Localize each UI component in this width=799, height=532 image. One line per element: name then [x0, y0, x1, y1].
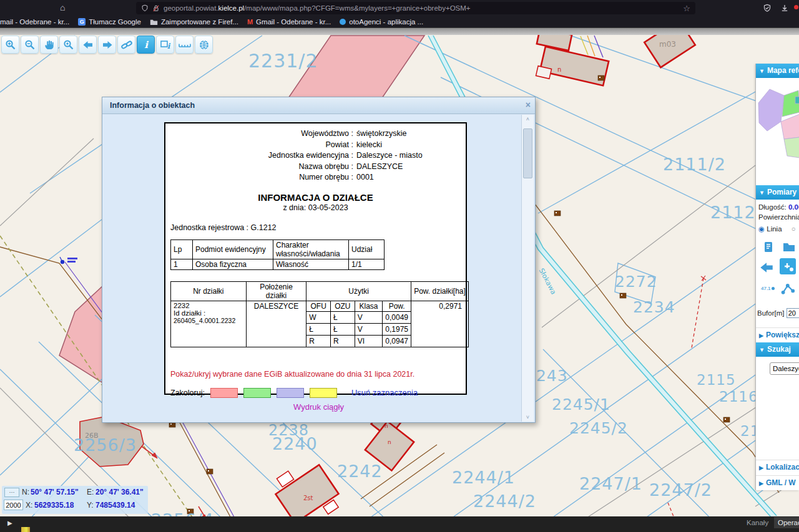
- bookmark-star-icon[interactable]: ☆: [683, 4, 690, 13]
- overview-globe-button[interactable]: [195, 36, 213, 54]
- pan-button[interactable]: [40, 36, 58, 54]
- back-arrow-icon[interactable]: [758, 259, 775, 276]
- bookmarks-bar: mail - Odebrane - kr... G Tłumacz Google…: [0, 16, 799, 27]
- download-icon[interactable]: [780, 4, 789, 12]
- x-value: 5629335.18: [34, 501, 74, 510]
- dialog-titlebar[interactable]: Informacja o obiektach ×: [102, 97, 535, 114]
- search-input[interactable]: [770, 362, 799, 375]
- north-value: 50° 47' 57.15": [31, 488, 79, 496]
- length-readout: Długość: 0.00: [758, 203, 799, 211]
- coords-options-button[interactable]: ···: [4, 488, 19, 497]
- lock-disabled-icon[interactable]: [152, 4, 160, 12]
- bookmark-item[interactable]: mail - Odebrane - kr...: [0, 18, 69, 26]
- report-icon[interactable]: [762, 241, 775, 253]
- section-header-localization[interactable]: ▶Lokalizacja: [756, 460, 799, 474]
- color-swatch-pink[interactable]: [210, 388, 238, 398]
- zoom-window-button[interactable]: [59, 36, 77, 54]
- parcel-location: DALESZYCE: [246, 301, 306, 347]
- sidebar: ▼Mapa referencyjna ▼Pomiary Długość: 0.0…: [755, 64, 799, 490]
- home-icon[interactable]: ⌂: [60, 2, 65, 12]
- identify-button[interactable]: i: [137, 36, 155, 54]
- bookmark-item[interactable]: otoAgenci - aplikacja ...: [340, 18, 423, 26]
- url-bar[interactable]: geoportal.powiat.kielce.pl/map/www/mapa.…: [136, 2, 695, 14]
- buffer-input[interactable]: [787, 308, 799, 318]
- map-label: 2112: [710, 203, 756, 222]
- north-label: N:: [22, 488, 29, 496]
- zoom-out-button[interactable]: [21, 36, 39, 54]
- section-header-measurements[interactable]: ▼Pomiary: [756, 185, 799, 200]
- map-label: 2247/1: [579, 474, 642, 493]
- measure-path-icon[interactable]: [781, 282, 796, 297]
- map-label: 2244/1: [452, 468, 515, 487]
- coords-icon[interactable]: 47.1: [761, 286, 775, 291]
- section-header-gml[interactable]: ▶GML / W: [756, 475, 799, 490]
- map-label: 2231/2: [248, 50, 318, 72]
- google-translate-icon: G: [78, 18, 86, 26]
- section-header-zoom[interactable]: ▶Powiększ: [756, 327, 799, 342]
- map-label: 2234: [633, 298, 675, 316]
- add-point-tool-active[interactable]: [780, 258, 796, 274]
- browser-navbar: ⌂ geoportal.powiat.kielce.pl/map/www/map…: [0, 0, 799, 16]
- parcel-id: 260405_4.0001.2232: [174, 317, 243, 324]
- link-button[interactable]: [117, 36, 135, 54]
- parcel-area-total: 0,2971: [411, 301, 469, 347]
- bottom-tab-operacje[interactable]: Operacje: [774, 517, 799, 528]
- bookmark-item[interactable]: G Tłumacz Google: [78, 18, 141, 26]
- folder-icon[interactable]: [782, 241, 796, 253]
- radio-unselected-icon[interactable]: ○: [792, 225, 796, 233]
- color-swatch-green[interactable]: [243, 388, 271, 398]
- buffer-row: Bufor[m]: [757, 308, 799, 318]
- parcel-table: Nr działki Położenie działki Użytki Pow.…: [170, 281, 469, 347]
- dialog-heading: INFORMACJA O DZIAŁCE: [169, 192, 462, 203]
- taskbar-icon-fragment: [21, 527, 30, 532]
- colorize-row: Zakoloruj: Usuń zaznaczenia: [170, 388, 462, 398]
- continuous-print-link[interactable]: Wydruk ciągły: [102, 402, 535, 412]
- gmail-icon: M: [247, 18, 253, 26]
- bottom-tab-kanaly[interactable]: Kanały: [747, 519, 768, 526]
- map-label: Słokawa: [537, 267, 558, 296]
- section-header-reference-map[interactable]: ▼Mapa referencyjna: [756, 64, 799, 78]
- next-view-button[interactable]: [98, 36, 116, 54]
- scroll-down-icon[interactable]: ˅: [522, 414, 534, 420]
- map-label: 2115: [697, 372, 736, 388]
- map-label: 2245/1: [552, 395, 610, 414]
- overview-map[interactable]: [756, 78, 799, 185]
- url-text: geoportal.powiat.kielce.pl/map/www/mapa.…: [164, 4, 471, 12]
- previous-view-button[interactable]: [79, 36, 97, 54]
- dialog-scrollbar[interactable]: ˄ ˅: [521, 115, 534, 422]
- egib-notice[interactable]: Pokaż/ukryj wybrane dane EGiB aktualizow…: [170, 370, 462, 379]
- remove-selection-link[interactable]: Usuń zaznaczenia: [351, 388, 418, 397]
- parcel-info-panel: Województwo :świętokrzyskie Powiat :kiel…: [164, 122, 467, 395]
- svg-text:i: i: [167, 42, 170, 51]
- map-label: n: [385, 423, 388, 429]
- expand-panel-icon[interactable]: ▶: [7, 520, 12, 526]
- color-swatch-yellow[interactable]: [310, 388, 337, 398]
- shield-icon[interactable]: [141, 4, 149, 12]
- scale-input[interactable]: 2000: [4, 500, 23, 510]
- identify-area-button[interactable]: i: [156, 36, 174, 54]
- table-row: 2232 Id działki : 260405_4.0001.2232 DAL…: [171, 301, 469, 347]
- map-toolbar: i i: [1, 36, 213, 54]
- map-label: 2245/2: [569, 419, 628, 437]
- color-swatch-violet[interactable]: [277, 388, 304, 398]
- section-header-search[interactable]: ▼Szukaj: [756, 342, 799, 357]
- dialog-date: z dnia: 03-05-2023: [169, 203, 462, 212]
- page-top-strip: [0, 27, 799, 35]
- recording-indicator: [794, 5, 798, 9]
- chevron-right-icon: ▶: [759, 476, 763, 490]
- east-label: E:: [87, 488, 94, 496]
- bookmark-item[interactable]: Zaimportowane z Firef...: [150, 18, 238, 26]
- bookmark-item[interactable]: M Gmail - Odebrane - kr...: [247, 18, 331, 26]
- scrollbar-thumb[interactable]: [523, 128, 532, 178]
- shield-check-icon[interactable]: [763, 4, 772, 12]
- map-label: 26B: [85, 432, 99, 440]
- close-icon[interactable]: ×: [526, 100, 531, 110]
- measure-mode-radio[interactable]: ◉ Linia ○: [758, 225, 796, 233]
- chevron-down-icon: ▼: [759, 186, 765, 200]
- measure-button[interactable]: [175, 36, 194, 54]
- map-label: m03: [659, 40, 676, 49]
- svg-text:i: i: [144, 39, 149, 51]
- chevron-down-icon: ▼: [759, 343, 765, 357]
- zoom-in-button[interactable]: [1, 36, 19, 54]
- scroll-up-icon[interactable]: ˄: [522, 116, 534, 122]
